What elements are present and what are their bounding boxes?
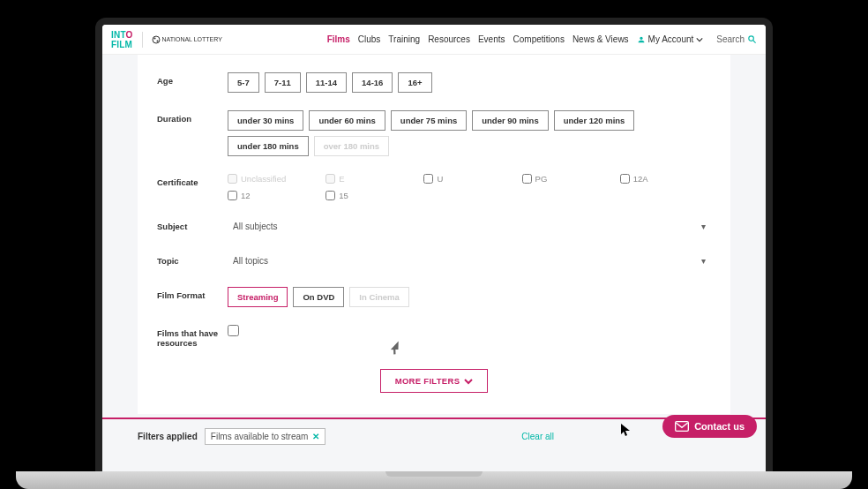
content-area: Age 5-7 7-11 11-14 14-16 16+ Duration un… [102,55,766,471]
age-14-16[interactable]: 14-16 [352,72,393,93]
mail-icon [675,421,689,432]
remove-tag-icon[interactable]: ✕ [312,432,319,441]
filter-resources-label: Films that have resources [157,325,228,348]
search-icon [747,34,757,44]
cert-unclassified: Unclassified [228,174,318,184]
user-icon [637,35,646,44]
filter-subject-label: Subject [157,218,228,231]
svg-point-1 [153,37,155,39]
filter-age-label: Age [157,72,228,86]
svg-line-4 [753,41,756,43]
applied-label: Filters applied [138,432,198,441]
cert-e: E [326,174,416,184]
age-16plus[interactable]: 16+ [398,72,431,93]
subject-dropdown[interactable]: All subjects ▾ [228,218,711,235]
nav-resources[interactable]: Resources [428,34,470,44]
main-nav: Films Clubs Training Resources Events Co… [327,34,757,44]
svg-rect-5 [676,422,689,432]
clear-all-link[interactable]: Clear all [521,432,554,441]
logo-partner: NATIONAL LOTTERY [152,35,222,44]
more-filters-button[interactable]: MORE FILTERS [380,369,489,393]
dur-90[interactable]: under 90 mins [472,110,548,131]
filter-format-label: Film Format [157,287,228,300]
filter-format: Film Format Streaming On DVD In Cinema [157,278,711,316]
filter-topic-label: Topic [157,252,228,266]
logo-brand: INTOFILM [111,30,133,49]
filter-duration-label: Duration [157,110,228,124]
search[interactable]: Search [716,34,757,44]
age-5-7[interactable]: 5-7 [228,72,259,93]
contact-us-button[interactable]: Contact us [662,415,757,438]
resources-checkbox[interactable] [228,325,239,336]
svg-point-2 [156,40,158,41]
filter-panel: Age 5-7 7-11 11-14 14-16 16+ Duration un… [138,55,730,414]
dur-120[interactable]: under 120 mins [554,110,635,131]
format-dvd[interactable]: On DVD [293,287,344,307]
nav-training[interactable]: Training [388,34,420,44]
dur-30[interactable]: under 30 mins [228,110,303,131]
chevron-down-icon [696,36,703,43]
dur-60[interactable]: under 60 mins [309,110,385,131]
filter-topic: Topic All topics ▾ [157,244,711,278]
dur-75[interactable]: under 75 mins [391,110,467,131]
logo[interactable]: INTOFILM NATIONAL LOTTERY [111,30,222,49]
cert-pg[interactable]: PG [522,174,613,184]
filter-certificate-label: Certificate [157,174,228,187]
applied-filters: Filters applied Films available to strea… [138,419,730,454]
nav-films[interactable]: Films [327,34,350,44]
dur-over180: over 180 mins [314,136,389,156]
topic-dropdown[interactable]: All topics ▾ [228,252,711,269]
svg-point-3 [749,36,754,41]
cert-12[interactable]: 12 [228,191,318,200]
laptop-base [16,471,852,489]
filter-duration: Duration under 30 mins under 60 mins und… [157,102,711,165]
filter-subject: Subject All subjects ▾ [157,209,711,244]
chevron-down-icon [464,377,473,386]
format-cinema: In Cinema [349,287,408,307]
age-11-14[interactable]: 11-14 [306,72,347,93]
cert-12a[interactable]: 12A [620,174,711,184]
nav-news[interactable]: News & Views [572,34,629,44]
dur-180[interactable]: under 180 mins [228,136,309,156]
chevron-down-icon: ▾ [701,222,706,231]
nav-clubs[interactable]: Clubs [358,34,381,44]
chevron-down-icon: ▾ [701,256,706,266]
account-menu[interactable]: My Account [637,34,704,44]
age-7-11[interactable]: 7-11 [265,72,301,93]
nav-events[interactable]: Events [478,34,505,44]
format-streaming[interactable]: Streaming [228,287,288,307]
cert-u[interactable]: U [423,174,514,184]
more-filters-row: MORE FILTERS [157,357,711,402]
filter-certificate: Certificate Unclassified E U PG 12A 12 1… [157,165,711,209]
filter-age: Age 5-7 7-11 11-14 14-16 16+ [157,64,711,102]
cert-15[interactable]: 15 [326,191,416,200]
site-header: INTOFILM NATIONAL LOTTERY Films Clubs Tr… [102,25,766,55]
logo-separator [142,32,143,48]
nav-competitions[interactable]: Competitions [513,34,565,44]
applied-tag: Films available to stream ✕ [205,428,326,445]
filter-resources: Films that have resources [157,316,711,357]
svg-point-0 [153,36,160,43]
